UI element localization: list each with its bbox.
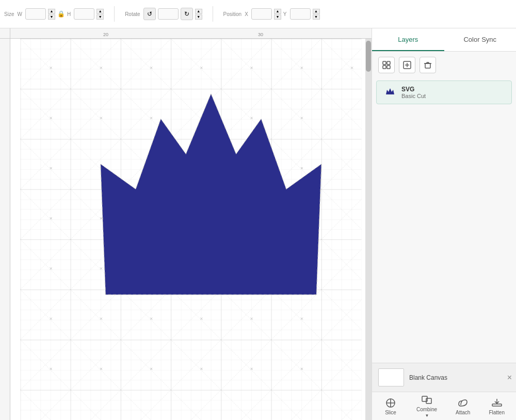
tab-layers[interactable]: Layers	[372, 28, 444, 51]
scrollbar-vertical[interactable]	[365, 39, 372, 420]
slice-icon	[383, 397, 398, 409]
flatten-label: Flatten	[489, 410, 505, 415]
tab-color-sync[interactable]: Color Sync	[444, 28, 517, 51]
toolbar-rotate-group: Rotate ↺ ↻ ▲ ▼	[125, 8, 202, 20]
separator-1	[114, 6, 115, 22]
tabs: Layers Color Sync	[372, 28, 516, 52]
svg-rect-94	[383, 61, 386, 64]
attach-action[interactable]: Attach	[456, 397, 470, 415]
y-label: Y	[283, 11, 287, 17]
rotate-label: Rotate	[125, 11, 140, 17]
ruler-horizontal: 20 30	[10, 28, 372, 39]
layer-name: SVG	[401, 86, 426, 93]
height-up[interactable]: ▲	[96, 9, 104, 14]
height-input[interactable]	[74, 8, 94, 20]
svg-rect-95	[387, 61, 390, 64]
combine-arrow: ▼	[425, 413, 429, 418]
combine-label: Combine	[416, 407, 437, 412]
delete-layer-btn[interactable]	[420, 57, 436, 73]
x-up[interactable]: ▲	[274, 9, 281, 14]
size-label: Size	[4, 11, 14, 17]
group-btn[interactable]	[378, 57, 395, 73]
toolbar-position-group: Position X ▲ ▼ Y ▲ ▼	[223, 8, 320, 20]
slice-label: Slice	[385, 410, 396, 415]
rotate-cw-btn[interactable]: ↻	[181, 8, 193, 20]
canvas-svg	[10, 39, 372, 420]
bottom-actions: Slice Combine ▼ Attach	[372, 392, 516, 420]
layer-info: SVG Basic Cut	[401, 86, 426, 99]
scrollbar-thumb[interactable]	[366, 41, 371, 72]
blank-canvas-thumbnail	[378, 368, 404, 386]
x-label: X	[245, 11, 248, 17]
y-up[interactable]: ▲	[313, 9, 320, 14]
layer-sub: Basic Cut	[401, 93, 426, 99]
attach-label: Attach	[456, 410, 470, 415]
main-area: 20 30	[0, 28, 516, 420]
ruler-mark-30: 30	[258, 32, 263, 37]
position-label: Position	[223, 11, 242, 17]
layer-icon	[383, 85, 397, 100]
x-down[interactable]: ▼	[274, 14, 281, 20]
svg-marker-106	[386, 88, 394, 94]
close-toast-btn[interactable]: ×	[507, 373, 512, 382]
combine-action[interactable]: Combine ▼	[416, 394, 437, 418]
grid-canvas[interactable]	[10, 39, 372, 420]
ruler-vertical	[0, 39, 10, 420]
width-input[interactable]	[25, 8, 46, 20]
ruler-corner	[0, 28, 10, 39]
add-layer-btn[interactable]	[399, 57, 415, 73]
canvas-area[interactable]: 20 30	[0, 28, 372, 420]
rotate-input[interactable]	[158, 8, 179, 20]
svg-rect-101	[425, 63, 430, 68]
svg-rect-112	[492, 404, 502, 406]
width-down[interactable]: ▼	[48, 14, 55, 20]
toolbar-size-group: Size W ▲ ▼ 🔒 H ▲ ▼	[4, 8, 104, 20]
layer-item[interactable]: SVG Basic Cut	[376, 80, 512, 104]
rotate-ccw-btn[interactable]: ↺	[143, 8, 156, 20]
separator-2	[213, 6, 213, 22]
height-stepper[interactable]: ▲ ▼	[96, 9, 104, 20]
toolbar: Size W ▲ ▼ 🔒 H ▲ ▼ Rotate ↺ ↻ ▲ ▼ Positi…	[0, 0, 516, 28]
x-input[interactable]	[251, 8, 272, 20]
blank-canvas-toast: Blank Canvas ×	[372, 363, 516, 392]
slice-action[interactable]: Slice	[383, 397, 398, 415]
h-label: H	[67, 11, 71, 17]
svg-rect-96	[383, 66, 386, 69]
y-stepper[interactable]: ▲ ▼	[313, 9, 320, 20]
y-down[interactable]: ▼	[313, 14, 320, 20]
attach-icon	[456, 397, 470, 409]
w-label: W	[17, 11, 22, 17]
right-panel: Layers Color Sync	[372, 28, 516, 420]
ruler-mark-20: 20	[103, 32, 108, 37]
svg-rect-97	[387, 66, 390, 69]
width-up[interactable]: ▲	[48, 9, 55, 14]
width-stepper[interactable]: ▲ ▼	[48, 9, 55, 20]
panel-spacer	[372, 106, 516, 363]
layer-actions	[372, 52, 516, 78]
flatten-action[interactable]: Flatten	[489, 397, 505, 415]
lock-icon: 🔒	[57, 10, 65, 18]
blank-canvas-label: Blank Canvas	[409, 374, 447, 381]
flatten-icon	[490, 397, 504, 409]
combine-icon	[420, 394, 434, 406]
y-input[interactable]	[290, 8, 311, 20]
rotate-up[interactable]: ▲	[195, 9, 202, 14]
rotate-down[interactable]: ▼	[195, 14, 202, 20]
x-stepper[interactable]: ▲ ▼	[274, 9, 281, 20]
rotate-stepper[interactable]: ▲ ▼	[195, 9, 202, 20]
height-down[interactable]: ▼	[96, 14, 104, 20]
